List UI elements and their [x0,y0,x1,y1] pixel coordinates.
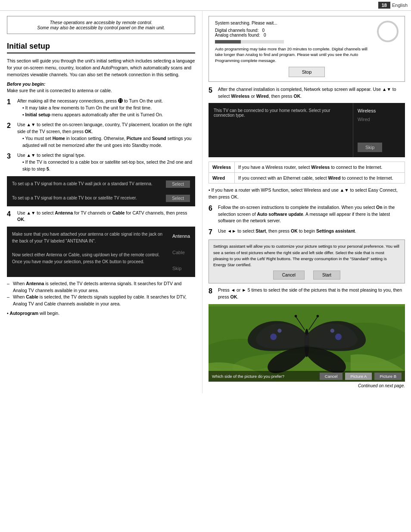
settings-assistant-panel: Settings assistant will allow you to cus… [209,240,405,283]
stop-button[interactable]: Stop [289,67,325,77]
svg-point-7 [277,329,281,333]
step-2: 2 Use ▲▼ to select the on-screen languag… [7,121,195,149]
page-header: 18 English [0,0,411,11]
step-2-content: Use ▲▼ to select the on-screen language,… [17,121,195,149]
step-3-main: Use ▲▼ to select the signal type. [17,152,85,158]
step-7-content: Use ◄► to select Start, then press OK to… [218,228,405,235]
page-number: 18 [378,2,390,9]
step-1-main: After making all the necessary connectio… [17,98,163,103]
step-1-bullet-1: It may take a few moments to Turn On the… [22,105,195,112]
step-7-num: 7 [209,228,216,236]
step-5-content: After the channel installation is comple… [218,86,405,100]
wired-desc: If you connect with an Ethernet cable, s… [235,173,405,184]
page-language: English [392,3,408,8]
table-row-wireless: Wireless If you have a Wireless router, … [209,162,405,173]
analog-count: 0 [264,33,266,37]
step-4-content: Use ▲▼ to select Antenna for TV channels… [17,210,195,224]
network-panel-left: This TV can be connected to your home ne… [209,103,353,157]
auto-prog-note: Auto programming may take more than 20 m… [215,46,373,63]
digital-count: 0 [262,28,265,33]
analog-label: Analog channels found: [215,33,260,37]
tv-panel-signal: To set up a TV signal from a cable TV wa… [7,176,195,206]
step-4-main: Use ▲▼ to select Antenna for TV channels… [17,210,187,222]
step-3-num: 3 [7,152,16,160]
svg-point-5 [270,333,277,340]
svg-point-12 [317,315,319,317]
svg-point-8 [330,329,334,333]
overlay-question: Which side of the picture do you prefer? [212,374,317,379]
step-8-num: 8 [209,287,216,295]
step-8: 8 Press ◄ or ► 5 times to select the sid… [209,287,405,301]
wps-note: • If you have a router with WPS function… [209,187,405,201]
select-btn-2[interactable]: Select [166,195,190,202]
connection-table: Wireless If you have a Wireless router, … [209,162,405,184]
settings-panel-text: Settings assistant will allow you to cus… [213,243,400,268]
step-4-num: 4 [7,210,16,218]
svg-point-6 [335,333,342,340]
step-5-num: 5 [209,86,216,94]
option-cable: Cable [172,249,190,257]
right-column: System searching. Please wait... Digital… [202,11,411,393]
wired-type: Wired [209,173,235,184]
screen-panel-inner: System searching. Please wait... Digital… [215,21,399,63]
network-panel-wrapper: This TV can be connected to your home ne… [209,103,405,157]
step-1: 1 After making all the necessary connect… [7,98,195,118]
step-6-bullet: When you select On in the selection scre… [218,205,395,224]
step-3: 3 Use ▲▼ to select the signal type. If t… [7,152,195,172]
step-3-bullet-1: If the TV is connected to a cable box or… [22,159,195,173]
step-6-content: Follow the on-screen instructions to com… [218,204,405,224]
remote-notice-line2: Some may also be accessible by control p… [12,25,190,30]
butterfly-overlay: Which side of the picture do you prefer?… [209,371,405,382]
step-1-content: After making all the necessary connectio… [17,98,195,118]
remote-notice-line1: These operations are accessible by remot… [12,20,190,25]
progress-bar-fill [215,40,241,44]
antenna-panel-row: Make sure that you have attached your an… [12,231,190,273]
intro-text: This section will guide you through the … [7,58,195,78]
overlay-picture-b-btn[interactable]: Picture B [374,373,402,380]
left-column: These operations are accessible by remot… [0,11,202,393]
overlay-picture-a-btn[interactable]: Picture A [345,373,372,380]
step-1-num: 1 [7,98,16,106]
screen-text: System searching. Please wait... Digital… [215,21,373,63]
screen-panel: System searching. Please wait... Digital… [209,16,405,82]
autoprogram-note: • Autoprogram will begin. [7,310,195,317]
signal-row-1-btn: Select [166,180,190,188]
step-8-content: Press ◄ or ► 5 times to select the side … [218,287,405,301]
settings-start-btn[interactable]: Start [313,271,340,280]
steps-list: 1 After making all the necessary connect… [7,98,195,173]
step-6: 6 Follow the on-screen instructions to c… [209,204,405,224]
settings-cancel-btn[interactable]: Cancel [273,271,305,280]
step-6-num: 6 [209,204,216,212]
overlay-cancel-btn[interactable]: Cancel [320,373,343,380]
network-skip-button[interactable]: Skip [358,143,382,152]
before-label: Before you begin: [7,81,195,87]
option-antenna: Antenna [172,233,190,240]
butterfly-image: Which side of the picture do you prefer?… [209,304,405,382]
searching-text: System searching. Please wait... [215,21,373,25]
before-text: Make sure the unit is connected to anten… [7,87,195,94]
analog-row: Analog channels found: 0 [215,33,373,37]
step-7: 7 Use ◄► to select Start, then press OK … [209,228,405,236]
signal-row-2-text: To set up a TV signal from a cable TV bo… [12,195,166,202]
continued-text: Continued on next page. [209,383,405,388]
step-1-bullet-2: Initial setup menu appears automatically… [22,112,195,118]
network-skip-wrapper: Skip [358,125,401,152]
settings-btns: Cancel Start [213,271,400,280]
signal-row-2-btn: Select [166,195,190,202]
svg-point-11 [295,315,297,317]
network-option-wireless: Wireless [358,108,401,113]
step-2-num: 2 [7,121,16,130]
table-row-wired: Wired If you connect with an Ethernet ca… [209,173,405,184]
signal-row-2: To set up a TV signal from a cable TV bo… [12,195,190,202]
select-btn-1[interactable]: Select [166,180,190,188]
step-4: 4 Use ▲▼ to select Antenna for TV channe… [7,210,195,224]
wireless-type: Wireless [209,162,235,173]
dash-item-2: When Cable is selected, the TV detects s… [7,294,195,308]
network-option-wired: Wired [358,117,401,122]
step-3-content: Use ▲▼ to select the signal type. If the… [17,152,195,172]
signal-row-1: To set up a TV signal from a cable TV wa… [12,180,190,188]
network-panel-right: Wireless Wired Skip [353,103,405,157]
main-layout: These operations are accessible by remot… [0,11,411,393]
dash-item-1: When Antenna is selected, the TV detects… [7,280,195,294]
antenna-options: Antenna Cable Skip [172,231,190,273]
